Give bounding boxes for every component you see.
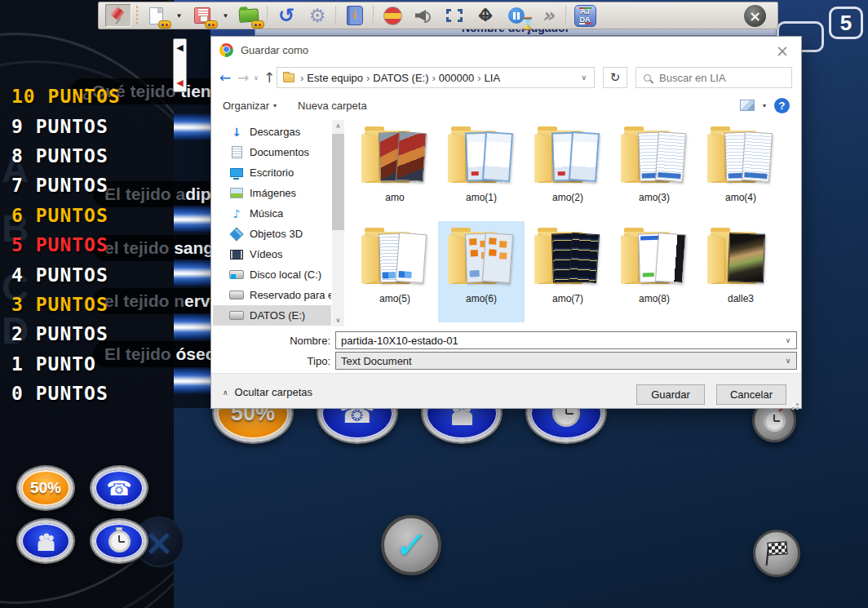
settings-button[interactable]: ⚙: [304, 4, 330, 27]
hide-folders-button[interactable]: ∧ Ocultar carpetas: [223, 386, 312, 398]
tree-item[interactable]: Documentos: [213, 142, 331, 162]
file-type-select[interactable]: Text Document ∨: [335, 352, 797, 370]
lifeline-fifty-small-button[interactable]: 50%: [18, 467, 73, 509]
breadcrumb-segment[interactable]: › LIA: [474, 72, 500, 84]
chevron-down-icon[interactable]: ∨: [780, 357, 796, 365]
back-button[interactable]: ←: [219, 69, 231, 88]
dialog-title-bar: Guardar como: [211, 37, 801, 63]
breadcrumb-segment[interactable]: › DATOS (E:): [363, 72, 428, 84]
folder-preview-sheet: [655, 233, 686, 283]
file-name-input[interactable]: [336, 335, 780, 347]
screen: ABCD ¿Qué tejido tiene El tejido adipo e…: [0, 0, 868, 608]
save-button[interactable]: Guardar: [636, 384, 705, 405]
new-game-button[interactable]: [143, 4, 169, 27]
tree-scrollbar[interactable]: ∧ ∨: [332, 120, 344, 326]
refresh-button[interactable]: ↻: [603, 67, 627, 88]
move-vertical-icon: ↕: [475, 5, 496, 26]
file-item[interactable]: amo(3): [611, 120, 698, 221]
search-box[interactable]: [636, 67, 792, 88]
move-button[interactable]: ↔ ↕: [472, 4, 498, 27]
save-game-button[interactable]: [189, 4, 215, 27]
tree-item[interactable]: ♪ Música: [213, 203, 331, 224]
search-input[interactable]: [658, 71, 784, 85]
slider-arrow-black-icon[interactable]: ◀: [176, 43, 183, 52]
scrollbar-thumb[interactable]: [332, 134, 344, 230]
lifeline-timer-small-button[interactable]: [91, 520, 147, 562]
breadcrumb-segment[interactable]: › 000000: [429, 72, 475, 84]
new-game-dropdown-button[interactable]: ▼: [174, 4, 184, 27]
open-game-button[interactable]: [236, 4, 262, 27]
view-mode-dropdown-button[interactable]: ▾: [763, 102, 766, 109]
scroll-down-arrow[interactable]: ∨: [332, 314, 344, 326]
tree-item-icon: [229, 146, 244, 159]
stopwatch-icon: [108, 530, 131, 553]
help-button[interactable]: ?: [774, 98, 790, 113]
folder-preview-sheet: [742, 131, 773, 182]
breadcrumb-segment[interactable]: › Este equipo: [297, 72, 363, 84]
dialog-close-button[interactable]: ×: [772, 40, 793, 61]
person-icon: [42, 538, 50, 550]
tree-item-icon: [229, 228, 244, 241]
lifeline-audience-small-button[interactable]: [18, 520, 73, 562]
up-button[interactable]: ↑: [264, 69, 275, 88]
file-label: amo(6): [466, 293, 497, 304]
tree-item[interactable]: Disco local (C:): [213, 264, 331, 285]
history-dropdown-button[interactable]: ∨: [254, 73, 259, 82]
confirm-answer-button[interactable]: ✓: [381, 515, 441, 575]
file-item[interactable]: amo: [352, 120, 438, 221]
file-item[interactable]: amo(6): [438, 221, 525, 322]
tree-item[interactable]: Imágenes: [213, 183, 331, 203]
chevron-down-icon[interactable]: ∨: [780, 336, 796, 344]
dialog-footer: ∧ Ocultar carpetas Guardar Cancelar: [211, 373, 801, 408]
fullscreen-icon: [446, 9, 463, 22]
breadcrumb[interactable]: › Este equipo › DATOS (E:) › 000000 › LI…: [277, 67, 595, 88]
tree-item[interactable]: Vídeos: [213, 244, 331, 264]
points-row: 6 PUNTOS: [11, 201, 175, 230]
lifeline-phone-small-button[interactable]: ☎: [91, 467, 147, 509]
slider-arrow-red-icon[interactable]: ◀: [176, 78, 183, 87]
info-button[interactable]: i: [342, 4, 368, 27]
file-item[interactable]: amo(5): [352, 221, 438, 322]
tree-item[interactable]: Objetos 3D: [213, 224, 331, 244]
tree-item[interactable]: Reservado para el: [213, 285, 331, 305]
phone-icon: ☎: [106, 478, 131, 499]
speed-runner-icon: »: [542, 4, 553, 27]
speaker-icon: [415, 8, 432, 23]
ajda-home-button[interactable]: AJ DA: [572, 4, 598, 27]
folder-preview-sheet: [569, 233, 600, 283]
breadcrumb-label: DATOS (E:): [373, 72, 428, 84]
scroll-up-arrow[interactable]: ∧: [332, 120, 344, 132]
tree-item[interactable]: Escritorio: [213, 162, 331, 183]
tree-item-icon: [229, 248, 244, 261]
file-item[interactable]: amo(2): [525, 120, 611, 221]
points-row: 0 PUNTOS: [11, 379, 175, 408]
reload-button[interactable]: ↺: [273, 4, 299, 27]
forward-button[interactable]: →: [237, 69, 249, 88]
pause-timer-button[interactable]: ⌛: [503, 4, 529, 27]
tree-item[interactable]: DATOS (E:): [213, 305, 331, 326]
file-name-combo[interactable]: ∨: [335, 331, 797, 349]
chevron-down-icon: ▾: [273, 102, 277, 109]
side-slider-control[interactable]: ◀ ◀: [173, 38, 187, 92]
pin-toolbar-button[interactable]: [105, 4, 131, 27]
file-item[interactable]: dalle3: [698, 221, 784, 322]
file-item[interactable]: amo(1): [438, 120, 525, 221]
folder-icon: [706, 124, 776, 189]
file-item[interactable]: amo(7): [525, 221, 611, 322]
cancel-button[interactable]: Cancelar: [716, 384, 786, 405]
organize-menu-button[interactable]: Organizar ▾: [223, 100, 277, 112]
fullscreen-button[interactable]: [441, 4, 467, 27]
breadcrumb-dropdown-button[interactable]: ∨: [577, 73, 591, 82]
file-item[interactable]: amo(8): [611, 221, 698, 322]
speed-button[interactable]: »: [534, 4, 560, 27]
finish-flag-button[interactable]: [753, 530, 800, 577]
sound-button[interactable]: [410, 4, 436, 27]
new-folder-button[interactable]: Nueva carpeta: [298, 100, 367, 112]
file-item[interactable]: amo(4): [698, 120, 784, 221]
toolbar-close-button[interactable]: ×: [744, 5, 766, 27]
resize-grip[interactable]: [796, 403, 799, 406]
save-game-dropdown-button[interactable]: ▼: [220, 4, 231, 27]
language-button[interactable]: [379, 4, 405, 27]
tree-item[interactable]: ↓ Descargas: [213, 122, 331, 142]
view-mode-button[interactable]: [740, 100, 755, 111]
